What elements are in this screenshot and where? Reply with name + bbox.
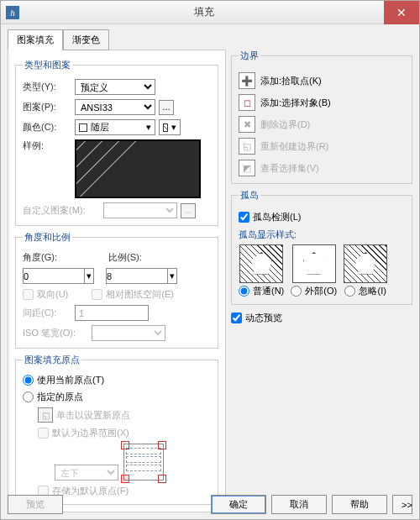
custom-pattern-label: 自定义图案(M): xyxy=(23,204,100,217)
chevron-down-icon: ▾ xyxy=(146,122,151,133)
origin-preview-image xyxy=(123,444,164,481)
iso-pen-combo xyxy=(92,325,165,341)
custom-pattern-combo xyxy=(103,202,177,218)
group-type-pattern: 类型和图案 类型(Y): 预定义 图案(P): ANSI33 xyxy=(15,59,218,226)
specified-origin-radio[interactable]: 指定的原点 xyxy=(23,391,83,403)
tab-bar: 图案填充 渐变色 xyxy=(8,29,412,50)
group-hatch-origin: 图案填充原点 使用当前原点(T) 指定的原点 ◱ 单击以设置新原点 xyxy=(15,354,218,505)
default-bound-checkbox: 默认为边界范围(X) xyxy=(38,427,129,439)
cancel-button[interactable]: 取消 xyxy=(271,495,327,514)
iso-pen-label: ISO 笔宽(O): xyxy=(23,327,88,339)
preview-button: 预览 xyxy=(8,495,63,514)
type-combo[interactable]: 预定义 xyxy=(75,79,155,95)
island-detect-checkbox[interactable]: 孤岛检测(L) xyxy=(239,211,301,223)
help-button[interactable]: 帮助 xyxy=(332,495,387,514)
close-button[interactable]: ✕ xyxy=(384,1,419,24)
add-select-icon[interactable]: ◻ xyxy=(239,94,255,111)
scale-label: 比例(S): xyxy=(108,251,157,264)
sample-label: 样例: xyxy=(23,139,71,152)
hatch-dialog: h 填充 ✕ 图案填充 渐变色 类型和图案 类型(Y): 预定义 xyxy=(0,0,420,520)
remove-boundary-label: 删除边界(D) xyxy=(260,118,310,131)
title-bar: h 填充 ✕ xyxy=(1,1,419,24)
island-normal-image[interactable] xyxy=(239,244,283,283)
add-pick-label[interactable]: 添加:拾取点(K) xyxy=(260,75,322,87)
chevron-down-icon[interactable]: ▾ xyxy=(85,268,94,284)
group-islands: 孤岛 孤岛检测(L) 孤岛显示样式: 普通(N) 外部(O) xyxy=(231,189,412,305)
ok-button[interactable]: 确定 xyxy=(211,495,266,514)
spacing-input xyxy=(75,305,149,321)
legend-angle-scale: 角度和比例 xyxy=(23,231,72,244)
tab-gradient[interactable]: 渐变色 xyxy=(63,29,109,50)
app-icon: h xyxy=(6,6,19,19)
angle-label: 角度(G): xyxy=(23,251,71,264)
footer: 预览 确定 取消 帮助 >> xyxy=(8,495,412,514)
none-swatch-icon xyxy=(163,123,168,132)
color-swatch-icon xyxy=(79,123,87,132)
island-outer-radio[interactable]: 外部(O) xyxy=(291,285,337,297)
legend-islands: 孤岛 xyxy=(239,189,260,202)
custom-pattern-browse-button: … xyxy=(181,203,196,218)
click-new-origin-label: 单击以设置新原点 xyxy=(56,409,130,422)
legend-boundary: 边界 xyxy=(239,50,260,62)
paper-space-checkbox: 相对图纸空间(E) xyxy=(92,288,174,301)
angle-input[interactable] xyxy=(23,268,85,284)
recreate-boundary-label: 重新创建边界(R) xyxy=(260,140,328,153)
tab-hatch[interactable]: 图案填充 xyxy=(8,29,63,50)
pattern-combo[interactable]: ANSI33 xyxy=(75,99,155,115)
island-style-label: 孤岛显示样式: xyxy=(239,228,405,241)
legend-type-pattern: 类型和图案 xyxy=(23,59,72,71)
dynamic-preview-checkbox[interactable]: 动态预览 xyxy=(231,312,282,324)
add-pick-icon[interactable]: ➕ xyxy=(239,72,255,89)
island-ignore-image[interactable] xyxy=(344,244,387,283)
double-checkbox: 双向(U) xyxy=(23,288,68,301)
scale-input[interactable] xyxy=(106,268,168,284)
add-select-label[interactable]: 添加:选择对象(B) xyxy=(260,97,331,109)
use-current-origin-radio[interactable]: 使用当前原点(T) xyxy=(23,374,104,386)
angle-combo[interactable]: ▾ xyxy=(23,268,94,284)
color-combo[interactable]: 随层 ▾ xyxy=(75,119,155,135)
origin-pos-combo: 左下 xyxy=(55,465,118,481)
left-panel: 类型和图案 类型(Y): 预定义 图案(P): ANSI33 xyxy=(8,50,226,512)
pattern-label: 图案(P): xyxy=(23,101,71,113)
pattern-preview[interactable] xyxy=(75,139,201,198)
spacing-label: 间距(C): xyxy=(23,307,71,319)
island-normal-radio[interactable]: 普通(N) xyxy=(239,285,284,297)
expand-button[interactable]: >> xyxy=(392,495,412,514)
color-value: 随层 xyxy=(91,121,109,134)
chevron-down-icon: ▾ xyxy=(171,122,176,133)
window-title: 填充 xyxy=(24,5,384,19)
scale-combo[interactable]: ▾ xyxy=(106,268,177,284)
bg-color-combo[interactable]: ▾ xyxy=(159,119,181,135)
group-boundary: 边界 ➕ 添加:拾取点(K) ◻ 添加:选择对象(B) ✖ 删除边界(D) ◱ xyxy=(231,50,412,184)
pattern-browse-button[interactable]: … xyxy=(159,100,174,115)
recreate-boundary-icon: ◱ xyxy=(239,138,255,155)
group-angle-scale: 角度和比例 角度(G): 比例(S): ▾ xyxy=(15,231,218,349)
type-label: 类型(Y): xyxy=(23,81,71,93)
color-label: 颜色(C): xyxy=(23,121,71,134)
legend-origin: 图案填充原点 xyxy=(23,354,81,366)
pick-origin-button: ◱ xyxy=(38,407,53,423)
remove-boundary-icon: ✖ xyxy=(239,116,255,133)
view-selection-label: 查看选择集(V) xyxy=(260,162,319,175)
island-ignore-radio[interactable]: 忽略(I) xyxy=(344,285,386,297)
island-outer-image[interactable] xyxy=(292,244,336,283)
view-selection-icon: ◩ xyxy=(239,160,255,176)
chevron-down-icon[interactable]: ▾ xyxy=(168,268,177,284)
